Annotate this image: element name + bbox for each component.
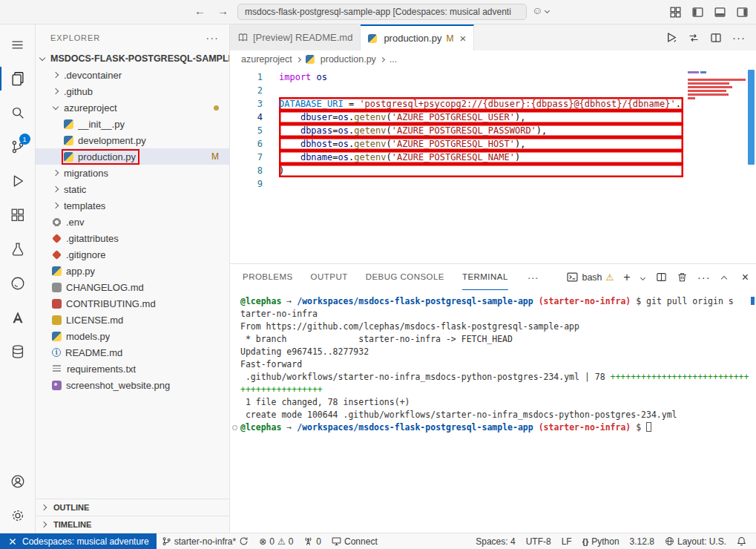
tree-item-screenshot-website-png[interactable]: screenshot_website.png [36, 377, 229, 393]
command-center[interactable]: msdocs-flask-postgresql-sample-app [Code… [237, 4, 527, 20]
tree-item-gitattributes[interactable]: .gitattributes [36, 230, 229, 246]
remote-icon [7, 536, 18, 547]
maximize-panel-icon[interactable] [720, 274, 728, 281]
status-eol[interactable]: LF [556, 533, 577, 549]
activity-explorer[interactable] [0, 62, 36, 96]
tree-item-production-py[interactable]: production.pyM [36, 148, 229, 165]
customize-layout-icon[interactable] [669, 6, 682, 19]
tree-item-static[interactable]: static [36, 181, 229, 197]
tree-item-changelog-md[interactable]: CHANGELOG.md [36, 279, 229, 295]
more-actions-icon[interactable]: ··· [732, 31, 746, 44]
activity-run-debug[interactable] [0, 164, 36, 198]
run-python-file-icon[interactable] [665, 31, 677, 44]
feedback-button[interactable]: ☺ [532, 4, 550, 16]
tree-item-github[interactable]: .github [36, 83, 229, 99]
tree-item-requirements-txt[interactable]: requirements.txt [36, 361, 229, 377]
activity-extensions[interactable] [0, 198, 36, 232]
panel-tab-problems[interactable]: PROBLEMS [243, 264, 293, 290]
status-problems[interactable]: ⊗ 0 ⚠ 0 [254, 533, 298, 549]
toggle-panel-icon[interactable] [714, 6, 726, 19]
terminal-icon [567, 272, 578, 283]
tree-item-migrations[interactable]: migrations [36, 165, 229, 181]
explorer-more-icon[interactable]: ··· [206, 31, 219, 44]
timeline-section-header[interactable]: TIMELINE [36, 516, 229, 533]
tree-item-init-py[interactable]: __init__.py [36, 116, 229, 132]
tree-item-label: templates [64, 200, 105, 211]
terminal[interactable]: @lcephas → /workspaces/msdocs-flask-post… [230, 290, 756, 533]
status-branch[interactable]: starter-no-infra* [157, 533, 254, 549]
menu-button[interactable] [0, 27, 36, 62]
activity-github[interactable] [0, 266, 36, 300]
activity-source-control[interactable]: 1 [0, 130, 36, 164]
split-terminal-icon[interactable] [656, 272, 667, 283]
tree-item-label: README.md [65, 347, 122, 358]
activity-testing[interactable] [0, 232, 36, 266]
code-editor[interactable]: 1import os23DATABASE_URI = 'postgresql+p… [230, 68, 756, 263]
toggle-primary-sidebar-icon[interactable] [691, 6, 704, 19]
editor-actions: ··· [665, 24, 756, 50]
panel-more-actions-icon[interactable]: ··· [697, 271, 711, 283]
status-python-interpreter[interactable]: 3.12.8 [625, 533, 660, 549]
status-encoding[interactable]: UTF-8 [521, 533, 556, 549]
tree-item-license-md[interactable]: LICENSE.md [36, 312, 229, 328]
breadcrumb-file[interactable]: production.py [321, 54, 376, 65]
terminal-line: Fast-forward [240, 358, 753, 371]
status-language[interactable]: {} Python [577, 533, 625, 549]
account-button[interactable] [0, 464, 36, 499]
account-icon [10, 473, 26, 490]
tree-root[interactable]: MSDOCS-FLASK-POSTGRESQL-SAMPLE-... [36, 50, 229, 67]
status-notifications[interactable] [732, 533, 752, 549]
tree-item-readme-md[interactable]: README.md [36, 344, 229, 361]
tree-item-contributing-md[interactable]: CONTRIBUTING.md [36, 295, 229, 312]
remote-indicator[interactable]: Codespaces: musical adventure [0, 533, 157, 549]
status-keyboard-layout[interactable]: Layout: U.S. [660, 533, 732, 549]
activity-database[interactable] [0, 335, 36, 369]
tree-item-label: requirements.txt [67, 364, 136, 375]
panel-views-more-icon[interactable]: ··· [527, 271, 539, 283]
tree-item-development-py[interactable]: development.py [36, 132, 229, 148]
tree-item-azureproject[interactable]: azureproject [36, 99, 229, 116]
status-bar-right: Spaces: 4 UTF-8 LF {} Python 3.12.8 Layo… [470, 533, 756, 549]
search-icon [10, 105, 26, 121]
open-changes-icon[interactable] [688, 32, 700, 44]
forward-icon[interactable]: → [217, 4, 229, 17]
tree-item-app-py[interactable]: app.py [36, 263, 229, 279]
eol-label: LF [562, 536, 572, 547]
close-tab-icon[interactable]: × [459, 32, 466, 45]
settings-button[interactable] [0, 499, 36, 533]
editor-group: [Preview] README.md production.py M × ··… [230, 24, 756, 533]
tree-item-env[interactable]: .env [36, 214, 229, 230]
status-ports[interactable]: 0 [298, 533, 326, 549]
toggle-secondary-sidebar-icon[interactable] [736, 6, 749, 19]
status-connect[interactable]: Connect [326, 533, 383, 549]
terminal-instance-bash[interactable]: bash ⚠ [567, 272, 614, 283]
breadcrumb-folder[interactable]: azureproject [241, 54, 292, 65]
tab-production-py[interactable]: production.py M × [361, 24, 474, 50]
line-number: 2 [230, 84, 263, 97]
line-number: 6 [230, 137, 263, 151]
split-editor-icon[interactable] [710, 32, 722, 44]
panel-tab-output[interactable]: OUTPUT [311, 264, 348, 290]
tree-item-gitignore[interactable]: .gitignore [36, 246, 229, 263]
tree-item-devcontainer[interactable]: .devcontainer [36, 67, 229, 83]
activity-azure[interactable] [0, 300, 36, 335]
back-icon[interactable]: ← [194, 4, 206, 17]
tab-preview-readme[interactable]: [Preview] README.md [230, 24, 361, 50]
tree-item-models-py[interactable]: models.py [36, 328, 229, 344]
outline-section-header[interactable]: OUTLINE [36, 499, 229, 516]
panel-tabs: PROBLEMSOUTPUTDEBUG CONSOLETERMINAL [243, 264, 526, 290]
tree-item-templates[interactable]: templates [36, 197, 229, 214]
status-indentation[interactable]: Spaces: 4 [470, 533, 520, 549]
radio-tower-icon [303, 536, 313, 546]
minimap[interactable] [688, 71, 746, 101]
activity-search[interactable] [0, 96, 36, 130]
terminal-dropdown-icon[interactable] [640, 274, 646, 280]
close-panel-icon[interactable]: × [742, 271, 749, 284]
panel-tab-debug-console[interactable]: DEBUG CONSOLE [366, 264, 444, 290]
env-file-icon [52, 217, 62, 227]
breadcrumb-symbol[interactable]: ... [389, 54, 397, 65]
panel-tab-terminal[interactable]: TERMINAL [462, 264, 508, 290]
new-terminal-button[interactable]: + [623, 271, 630, 284]
tree-item-label: __init__.py [78, 119, 125, 130]
kill-terminal-icon[interactable] [677, 272, 688, 283]
